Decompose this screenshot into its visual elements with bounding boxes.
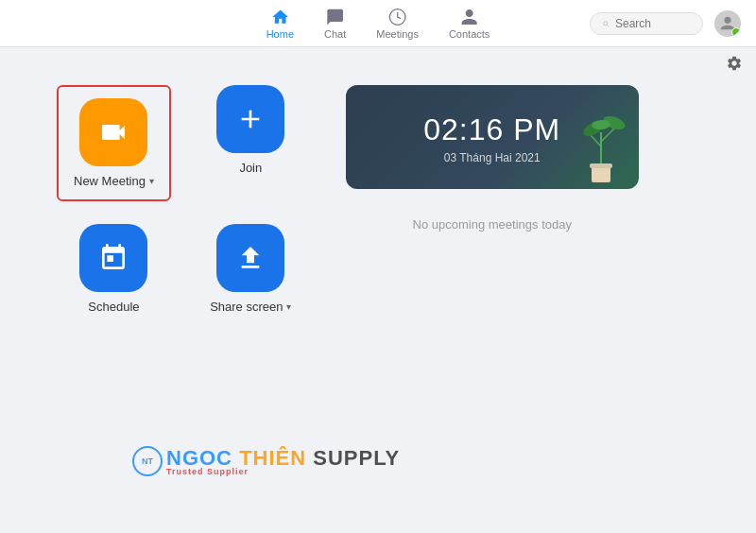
nav-bar: Home Chat Meetings Contacts <box>0 0 756 47</box>
video-icon <box>98 117 129 147</box>
svg-line-4 <box>590 134 601 146</box>
search-input[interactable] <box>615 17 691 30</box>
no-meetings-text: No upcoming meetings today <box>346 217 639 232</box>
nav-label-chat: Chat <box>324 28 346 40</box>
new-meeting-button[interactable] <box>79 98 147 166</box>
time-card: 02:16 PM 03 Tháng Hai 2021 <box>346 85 639 189</box>
watermark-thien: THIÊN <box>239 446 306 470</box>
nav-item-home[interactable]: Home <box>266 8 294 40</box>
schedule-button[interactable] <box>79 224 147 292</box>
share-chevron-icon: ▾ <box>286 301 291 312</box>
schedule-item[interactable]: Schedule <box>57 224 171 314</box>
plus-icon <box>235 104 266 134</box>
join-button[interactable] <box>216 85 284 153</box>
search-icon <box>602 18 610 29</box>
nt-badge: NT <box>132 446 163 476</box>
upload-icon <box>235 243 266 273</box>
schedule-label: Schedule <box>88 300 139 314</box>
nav-item-meetings[interactable]: Meetings <box>376 8 419 40</box>
settings-area[interactable] <box>726 55 743 76</box>
calendar-panel: 02:16 PM 03 Tháng Hai 2021 <box>346 85 639 232</box>
chevron-icon: ▾ <box>149 176 154 186</box>
nav-center: Home Chat Meetings Contacts <box>266 8 490 40</box>
nav-right <box>590 10 741 37</box>
nav-label-home: Home <box>266 28 294 40</box>
meetings-icon <box>388 8 407 26</box>
watermark: NT NGOC THIÊN SUPPLY Trusted Supplier <box>132 446 400 476</box>
share-screen-item[interactable]: Share screen ▾ <box>194 224 308 314</box>
avatar[interactable] <box>714 10 741 37</box>
contacts-icon <box>460 8 479 26</box>
nav-label-contacts: Contacts <box>449 28 490 40</box>
actions-grid: New Meeting ▾ Join Schedule <box>57 85 308 314</box>
main-content: New Meeting ▾ Join Schedule <box>0 57 756 342</box>
plant-decoration <box>573 85 629 189</box>
home-icon <box>270 8 289 26</box>
watermark-brand: NGOC THIÊN SUPPLY Trusted Supplier <box>166 446 400 476</box>
svg-rect-2 <box>590 163 612 168</box>
search-box[interactable] <box>590 12 703 35</box>
chat-icon <box>326 8 345 26</box>
join-item[interactable]: Join <box>194 85 308 175</box>
join-label: Join <box>239 161 262 175</box>
nav-item-chat[interactable]: Chat <box>324 8 346 40</box>
calendar-icon <box>98 243 129 273</box>
plant-svg <box>573 95 629 189</box>
user-icon <box>719 15 736 32</box>
nav-item-contacts[interactable]: Contacts <box>449 8 490 40</box>
share-screen-button[interactable] <box>216 224 284 292</box>
new-meeting-label: New Meeting ▾ <box>74 174 154 188</box>
svg-line-5 <box>601 129 614 142</box>
share-screen-label: Share screen ▾ <box>210 300 291 314</box>
watermark-supply: SUPPLY <box>313 446 400 470</box>
new-meeting-wrapper[interactable]: New Meeting ▾ <box>57 85 171 201</box>
nav-label-meetings: Meetings <box>376 28 419 40</box>
gear-icon[interactable] <box>726 55 743 72</box>
